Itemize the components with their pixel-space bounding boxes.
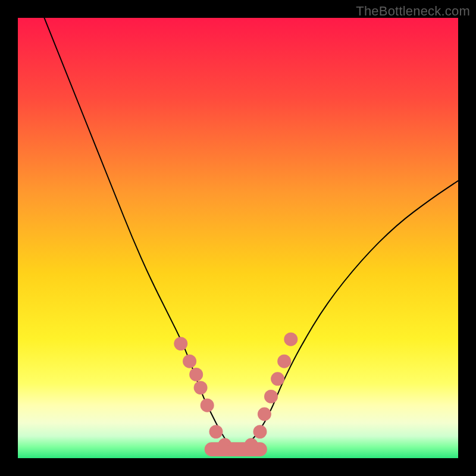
data-marker: [253, 425, 267, 439]
data-marker: [245, 438, 258, 452]
right-curve: [238, 181, 458, 449]
data-marker: [264, 390, 278, 403]
curve-layer: [18, 18, 458, 458]
data-marker: [209, 425, 223, 439]
marker-group: [174, 333, 298, 456]
data-marker: [194, 381, 208, 394]
data-marker: [284, 333, 298, 346]
left-curve: [44, 18, 238, 449]
data-marker: [174, 337, 187, 350]
data-marker: [258, 408, 271, 421]
data-marker: [189, 368, 203, 381]
data-marker: [183, 355, 196, 368]
watermark-text: TheBottleneck.com: [356, 4, 470, 19]
plot-area: [18, 18, 458, 458]
data-marker: [277, 355, 291, 368]
data-marker: [271, 372, 284, 386]
chart-frame: TheBottleneck.com: [0, 0, 476, 476]
data-marker: [201, 399, 214, 412]
